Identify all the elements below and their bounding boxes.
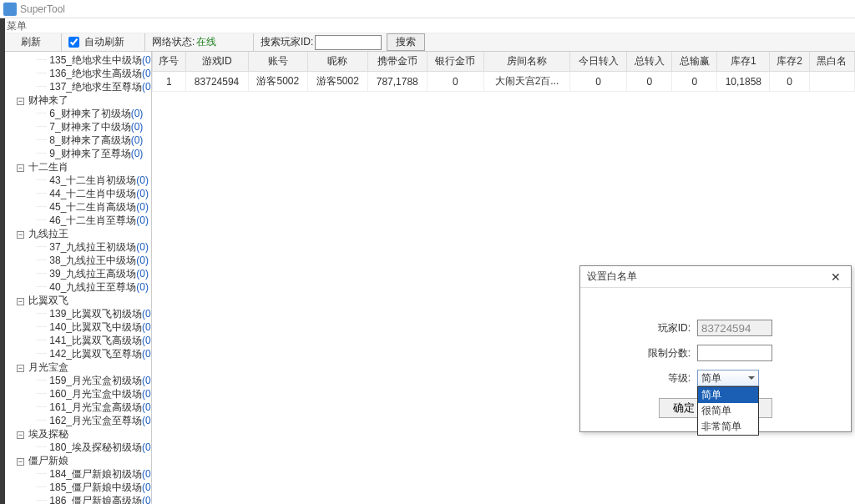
grid-header[interactable]: 总输赢 bbox=[672, 52, 717, 72]
grid-cell[interactable]: 大闹天宫2百... bbox=[484, 72, 570, 92]
auto-refresh-label: 自动刷新 bbox=[84, 36, 124, 48]
grid-header[interactable]: 黑白名 bbox=[809, 52, 854, 72]
tree-child-item[interactable]: ┈ 180_埃及探秘初级场(0) bbox=[0, 441, 151, 454]
tree-child-item[interactable]: ┈ 140_比翼双飞中级场(0) bbox=[0, 320, 151, 334]
grid-header[interactable]: 账号 bbox=[248, 52, 308, 72]
tree-toggle-icon[interactable]: − bbox=[17, 458, 24, 466]
tree-toggle-icon[interactable]: − bbox=[17, 231, 24, 239]
tree-toggle-icon[interactable]: − bbox=[17, 365, 24, 372]
tree-parent-item[interactable]: − 财神来了 bbox=[0, 93, 151, 107]
level-option[interactable]: 很简单 bbox=[698, 403, 758, 419]
content-area: 序号游戏ID账号昵称携带金币银行金币房间名称今日转入总转入总输赢库存1库存2黑白… bbox=[152, 52, 855, 504]
grid-cell[interactable]: 0 bbox=[672, 72, 717, 92]
level-dropdown: 简单很简单非常简单 bbox=[697, 386, 759, 436]
tree-child-item[interactable]: ┈ 137_绝地求生至尊场(0) bbox=[0, 80, 151, 93]
tree-child-item[interactable]: ┈ 159_月光宝盒初级场(0) bbox=[0, 374, 151, 387]
grid-header[interactable]: 库存1 bbox=[717, 52, 770, 72]
auto-refresh-input[interactable] bbox=[68, 37, 79, 48]
whitelist-dialog: 设置白名单 ✕ 玩家ID: 限制分数: 等级: 简单 简单很简单非常简单 bbox=[579, 265, 852, 432]
tree-child-item[interactable]: ┈ 46_十二生肖至尊场(0) bbox=[0, 214, 151, 227]
grid-header[interactable]: 序号 bbox=[153, 52, 186, 72]
tree-toggle-icon[interactable]: − bbox=[17, 164, 24, 172]
data-grid[interactable]: 序号游戏ID账号昵称携带金币银行金币房间名称今日转入总转入总输赢库存1库存2黑白… bbox=[152, 52, 855, 92]
tree-child-item[interactable]: ┈ 44_十二生肖中级场(0) bbox=[0, 187, 151, 200]
grid-cell[interactable]: 83724594 bbox=[185, 72, 248, 92]
tree-child-item[interactable]: ┈ 186_僵尸新娘高级场(0) bbox=[0, 494, 151, 504]
tree-child-item[interactable]: ┈ 142_比翼双飞至尊场(0) bbox=[0, 347, 151, 360]
tree-child-item[interactable]: ┈ 7_财神来了中级场(0) bbox=[0, 120, 151, 134]
grid-header[interactable]: 房间名称 bbox=[484, 52, 570, 72]
limit-score-label: 限制分数: bbox=[597, 346, 697, 360]
toolbar: 刷新 自动刷新 网络状态: 在线 搜索玩家ID: 搜索 bbox=[0, 33, 855, 52]
player-id-input[interactable] bbox=[697, 320, 772, 336]
tree-child-item[interactable]: ┈ 39_九线拉王高级场(0) bbox=[0, 267, 151, 280]
refresh-button[interactable]: 刷新 bbox=[14, 35, 48, 49]
tree-child-item[interactable]: ┈ 37_九线拉王初级场(0) bbox=[0, 240, 151, 254]
tree-child-item[interactable]: ┈ 162_月光宝盒至尊场(0) bbox=[0, 414, 151, 427]
tree-parent-item[interactable]: − 月光宝盒 bbox=[0, 360, 151, 374]
tree-parent-item[interactable]: − 埃及探秘 bbox=[0, 427, 151, 441]
tree-child-item[interactable]: ┈ 139_比翼双飞初级场(0) bbox=[0, 307, 151, 320]
tree-child-item[interactable]: ┈ 136_绝地求生高级场(0) bbox=[0, 67, 151, 80]
search-button[interactable]: 搜索 bbox=[387, 33, 425, 51]
auto-refresh-checkbox[interactable]: 自动刷新 bbox=[68, 35, 124, 49]
tree-parent-item[interactable]: − 僵尸新娘 bbox=[0, 454, 151, 467]
grid-cell[interactable]: 10,1858 bbox=[717, 72, 770, 92]
tree-child-item[interactable]: ┈ 38_九线拉王中级场(0) bbox=[0, 254, 151, 267]
tree-child-item[interactable]: ┈ 8_财神来了高级场(0) bbox=[0, 134, 151, 147]
grid-cell[interactable] bbox=[809, 72, 854, 92]
tree-child-item[interactable]: ┈ 185_僵尸新娘中级场(0) bbox=[0, 481, 151, 494]
tree-child-item[interactable]: ┈ 161_月光宝盒高级场(0) bbox=[0, 401, 151, 414]
tree-parent-item[interactable]: − 九线拉王 bbox=[0, 227, 151, 240]
tree-child-item[interactable]: ┈ 43_十二生肖初级场(0) bbox=[0, 174, 151, 187]
level-option[interactable]: 非常简单 bbox=[698, 419, 758, 435]
grid-header[interactable]: 游戏ID bbox=[185, 52, 248, 72]
close-icon[interactable]: ✕ bbox=[827, 270, 844, 284]
tree-child-item[interactable]: ┈ 45_十二生肖高级场(0) bbox=[0, 200, 151, 214]
menubar: 菜单 bbox=[0, 18, 855, 33]
grid-header[interactable]: 总转入 bbox=[627, 52, 672, 72]
grid-cell[interactable]: 0 bbox=[569, 72, 626, 92]
window-title: SuperTool bbox=[20, 3, 65, 15]
grid-cell[interactable]: 0 bbox=[427, 72, 483, 92]
dialog-title-text: 设置白名单 bbox=[587, 270, 637, 284]
search-label: 搜索玩家ID: bbox=[261, 35, 313, 49]
grid-header[interactable]: 库存2 bbox=[770, 52, 810, 72]
tree-parent-item[interactable]: − 十二生肖 bbox=[0, 160, 151, 174]
grid-cell[interactable]: 1 bbox=[153, 72, 186, 92]
network-status-label: 网络状态: bbox=[152, 35, 195, 49]
sidebar-tree[interactable]: ┈ 135_绝地求生中级场(0)┈ 136_绝地求生高级场(0)┈ 137_绝地… bbox=[0, 52, 152, 504]
window-titlebar: SuperTool bbox=[0, 0, 855, 18]
level-select[interactable]: 简单 bbox=[697, 370, 759, 386]
tree-child-item[interactable]: ┈ 160_月光宝盒中级场(0) bbox=[0, 387, 151, 401]
player-id-label: 玩家ID: bbox=[597, 321, 697, 335]
grid-cell[interactable]: 787,1788 bbox=[367, 72, 427, 92]
grid-cell[interactable]: 游客5002 bbox=[308, 72, 368, 92]
menu-item[interactable]: 菜单 bbox=[7, 20, 27, 32]
level-option[interactable]: 简单 bbox=[698, 387, 758, 403]
tree-toggle-icon[interactable]: − bbox=[17, 298, 24, 305]
tree-child-item[interactable]: ┈ 6_财神来了初级场(0) bbox=[0, 107, 151, 120]
level-label: 等级: bbox=[597, 371, 697, 386]
grid-header[interactable]: 携带金币 bbox=[367, 52, 427, 72]
grid-header[interactable]: 银行金币 bbox=[427, 52, 483, 72]
search-input[interactable] bbox=[315, 35, 382, 50]
grid-header[interactable]: 昵称 bbox=[308, 52, 368, 72]
grid-header[interactable]: 今日转入 bbox=[569, 52, 626, 72]
tree-child-item[interactable]: ┈ 141_比翼双飞高级场(0) bbox=[0, 334, 151, 347]
limit-score-input[interactable] bbox=[697, 345, 772, 361]
grid-cell[interactable]: 0 bbox=[627, 72, 672, 92]
grid-cell[interactable]: 游客5002 bbox=[248, 72, 308, 92]
left-rail bbox=[0, 18, 5, 504]
dialog-titlebar: 设置白名单 ✕ bbox=[580, 266, 851, 288]
tree-child-item[interactable]: ┈ 135_绝地求生中级场(0) bbox=[0, 53, 151, 67]
tree-child-item[interactable]: ┈ 184_僵尸新娘初级场(0) bbox=[0, 467, 151, 481]
app-icon bbox=[3, 3, 17, 16]
tree-toggle-icon[interactable]: − bbox=[17, 98, 24, 105]
tree-child-item[interactable]: ┈ 40_九线拉王至尊场(0) bbox=[0, 280, 151, 294]
tree-parent-item[interactable]: − 比翼双飞 bbox=[0, 294, 151, 307]
tree-toggle-icon[interactable]: − bbox=[17, 431, 24, 439]
tree-child-item[interactable]: ┈ 9_财神来了至尊场(0) bbox=[0, 147, 151, 160]
grid-cell[interactable]: 0 bbox=[770, 72, 810, 92]
network-status-value: 在线 bbox=[196, 35, 216, 49]
